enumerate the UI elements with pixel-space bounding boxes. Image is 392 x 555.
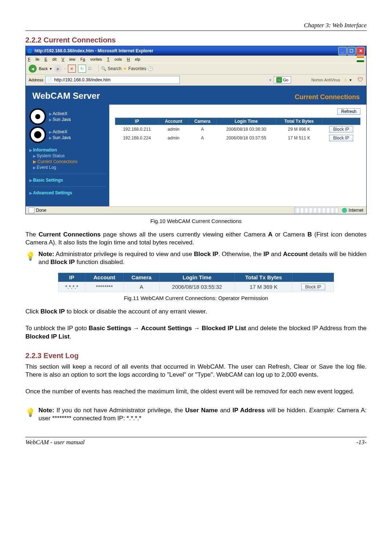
bulb-icon: 💡	[25, 406, 35, 419]
para-5: Once the number of events has reached th…	[25, 388, 367, 396]
perm-th-login: Login Time	[159, 273, 234, 282]
th-action	[322, 118, 360, 125]
server-header: WebCAM Server Current Connections	[26, 86, 366, 105]
minimize-button[interactable]: _	[338, 47, 347, 55]
progress-icon	[294, 207, 338, 213]
sidebar-system-status[interactable]: ▶System Status	[33, 153, 106, 158]
refresh-button[interactable]: ↻	[78, 65, 86, 73]
sidebar-current-connections[interactable]: ▶ Current Connections	[33, 159, 106, 164]
footer-right: -13-	[356, 439, 367, 446]
para-3: To unblock the IP goto Basic Settings → …	[25, 324, 367, 340]
bulb-icon: 💡	[25, 250, 35, 263]
cam-b-activex[interactable]: ▶ActiveX	[49, 129, 71, 134]
permission-table: IP Account Camera Login Time Total Tx By…	[58, 273, 334, 292]
menu-favorites[interactable]: Favorites	[81, 57, 102, 61]
connections-table: IP Account Camera Login Time Total Tx By…	[115, 118, 360, 142]
ie-icon: 🌐	[27, 49, 32, 53]
norton-dropdown-icon[interactable]: ▾	[350, 78, 352, 82]
flag-icon	[357, 56, 364, 62]
perm-th-ip: IP	[58, 273, 85, 282]
internet-icon	[342, 208, 347, 213]
norton-label: Norton AntiVirus	[311, 78, 340, 82]
go-arrow-icon: →	[276, 77, 282, 83]
back-dropdown-icon[interactable]: ▾	[50, 66, 52, 71]
para-2: Click Block IP to block or disable the a…	[25, 308, 367, 316]
favorites-icon[interactable]: ★	[123, 66, 127, 71]
menu-file[interactable]: File	[28, 57, 40, 61]
perm-th-tx: Total Tx Bytes	[234, 273, 293, 282]
menu-view[interactable]: View	[62, 57, 75, 61]
address-input[interactable]: 📄 http://192.168.0.38/index.htm	[45, 76, 180, 84]
menubar: File Edit View Favorites Tools Help	[26, 56, 366, 63]
window-titlebar: 🌐 http://192.168.0.38/index.htm - Micros…	[26, 46, 366, 56]
menu-tools[interactable]: Tools	[107, 57, 122, 61]
table-row: *.*.*.* ******** A 2006/08/18 03:55:32 1…	[58, 282, 334, 292]
chapter-header: Chapter 3: Web Interface	[25, 22, 367, 29]
sidebar-advanced-settings[interactable]: ▶Advanced Settings	[29, 190, 106, 195]
home-button[interactable]: ⌂	[88, 65, 96, 73]
separator-icon: ·	[64, 66, 65, 71]
th-account: Account	[159, 118, 188, 125]
go-button[interactable]: → Go	[274, 76, 291, 84]
maximize-button[interactable]: ☐	[347, 47, 356, 55]
th-tx: Total Tx Bytes	[276, 118, 322, 125]
norton-icon[interactable]: ⚠	[344, 78, 347, 82]
address-bar: Address 📄 http://192.168.0.38/index.htm …	[26, 74, 366, 86]
search-label[interactable]: Search	[108, 66, 122, 71]
go-label: Go	[283, 78, 289, 82]
done-icon	[29, 207, 34, 213]
stop-button[interactable]: ✕	[68, 65, 76, 73]
page-icon: 📄	[47, 77, 53, 82]
shield-icon[interactable]: 🛡	[358, 77, 363, 83]
forward-button[interactable]: ►	[54, 65, 62, 73]
perm-th-camera: Camera	[123, 273, 159, 282]
note-1: 💡 Note: Administrator privilege is requi…	[25, 250, 367, 266]
table-row: 192.168.0.211 admin A 2006/08/18 03:36:3…	[115, 125, 360, 134]
sidebar: ▶ActiveX ▶Sun Java ▶ActiveX ▶Sun Java ▶I…	[26, 105, 109, 206]
fig11-caption: Fig.11 WebCAM Current Connections: Opera…	[25, 295, 367, 301]
address-label: Address	[29, 78, 43, 82]
search-icon[interactable]: 🔍	[101, 66, 106, 71]
close-button[interactable]: ✕	[356, 47, 365, 55]
address-value: http://192.168.0.38/index.htm	[54, 77, 110, 82]
menu-edit[interactable]: Edit	[45, 57, 57, 61]
status-left: Done	[36, 208, 46, 213]
perm-th-account: Account	[85, 273, 124, 282]
browser-window: 🌐 http://192.168.0.38/index.htm - Micros…	[25, 46, 367, 214]
table-row: 192.168.0.224 admin A 2006/08/18 03:37:5…	[115, 134, 360, 142]
camera-a-icon	[29, 108, 46, 125]
block-ip-button[interactable]: Block IP	[329, 135, 353, 141]
para-1: The Current Connections page shows all t…	[25, 231, 367, 247]
cam-b-sunjava[interactable]: ▶Sun Java	[49, 135, 71, 140]
th-login: Login Time	[216, 118, 276, 125]
block-ip-button[interactable]: Block IP	[329, 126, 353, 133]
back-button[interactable]: ◄	[29, 65, 37, 73]
window-title: http://192.168.0.38/index.htm - Microsof…	[34, 48, 338, 53]
page-footer: WebCAM - user manual -13-	[25, 437, 367, 446]
media-icon[interactable]: 🕑	[148, 66, 153, 71]
sidebar-event-log[interactable]: ▶Event Log	[33, 165, 106, 170]
block-ip-button[interactable]: Block IP	[301, 284, 325, 290]
camera-b-icon	[29, 126, 46, 143]
th-camera: Camera	[188, 118, 216, 125]
refresh-list-button[interactable]: Refresh	[337, 108, 360, 115]
menu-help[interactable]: Help	[127, 57, 140, 61]
cc-title: Current Connections	[295, 93, 360, 101]
sidebar-information[interactable]: ▶Information	[29, 147, 106, 153]
status-right: Internet	[348, 208, 363, 213]
cam-a-sunjava[interactable]: ▶Sun Java	[49, 117, 71, 122]
toolbar: ◄ Back ▾ ► · ✕ ↻ ⌂ 🔍 Search ★ Favorites …	[26, 63, 366, 74]
note-2: 💡 Note: If you do not have Administrator…	[25, 406, 367, 422]
address-dropdown-icon[interactable]: ▾	[269, 78, 271, 82]
sidebar-basic-settings[interactable]: ▶Basic Settings	[29, 178, 106, 183]
favorites-label[interactable]: Favorites	[128, 66, 146, 71]
server-title: WebCAM Server	[32, 91, 100, 101]
right-pane: Refresh IP Account Camera Login Time Tot…	[109, 105, 366, 206]
perm-th-action	[293, 273, 334, 282]
section-title-1: 2.2.2 Current Connections	[25, 36, 367, 44]
back-label: Back	[39, 66, 48, 71]
para-4: This section will keep a record of all e…	[25, 363, 367, 379]
fig10-caption: Fig.10 WebCAM Current Connections	[25, 218, 367, 224]
status-bar: Done Internet	[26, 206, 366, 214]
cam-a-activex[interactable]: ▶ActiveX	[49, 111, 71, 116]
